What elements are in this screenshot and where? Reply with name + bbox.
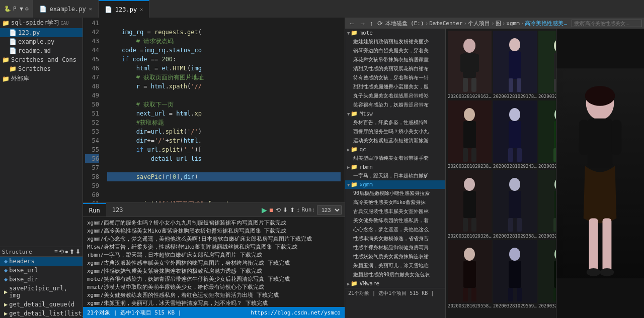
folder-xgmm-sub7[interactable]: 性感半裸身材板品御制健身房写真	[345, 243, 445, 252]
folder-qc-sub1[interactable]: 甜美型白净清纯美女着吊带裙手套	[345, 154, 445, 163]
folder-xgmm[interactable]: ▼ 📁 xgmm	[345, 180, 445, 189]
run-down-btn[interactable]: ⬇	[283, 206, 288, 214]
image-cell-15[interactable]: 20200328102936840.jpg	[538, 170, 556, 239]
structure-item-base-url[interactable]: ◆ base_url	[0, 266, 83, 275]
tab-123-py[interactable]: 📄 123.py ✕	[99, 0, 149, 18]
folder-sub4[interactable]: 清甜又性感的美丽双展花裤白裙布	[345, 64, 445, 73]
tree-item-readme[interactable]: 📄 readme.md	[0, 46, 83, 55]
preview-image[interactable]	[556, 29, 644, 318]
image-grid[interactable]: 20200328102916247.jpg 20200328102917804.…	[446, 29, 556, 318]
folder-xgmm-sub8[interactable]: 性感妖娆气质美女紫身抹胸连衣裙	[345, 252, 445, 261]
menu-icon1[interactable]: ⚙	[25, 6, 29, 12]
folder-label-mtsw-sub3: 运动美女格紫短蓝衣短裙清新旅游	[353, 137, 429, 144]
close-icon-example[interactable]: ✕	[89, 6, 92, 12]
breadcrumb-part1[interactable]: 本地磁盘 (E:)	[385, 20, 424, 27]
folder-rbmn[interactable]: ▶ 📁 rbmn	[345, 163, 445, 171]
image-cell-9[interactable]: 20200328102926342.jpg	[538, 100, 556, 169]
image-cell-20[interactable]: 20200328102956970.jpg	[493, 240, 537, 308]
run-stop-btn[interactable]: ■	[269, 206, 273, 214]
image-cell-19[interactable]: 20200328102955810.jpg	[448, 240, 492, 308]
breadcrumb-part4[interactable]: 图	[496, 20, 501, 27]
folder-mtsw[interactable]: ▼ 📁 Mtsw	[345, 110, 445, 118]
folder-xgmm-sub5[interactable]: 心心念念，梦之遥遥，美他他这么	[345, 225, 445, 234]
folder-xgmm-sub9[interactable]: 朱颜玉润，美丽可儿，冰天雪地临	[345, 261, 445, 270]
tree-item-scratches-cons[interactable]: 📁 Scratches and Cons	[0, 55, 83, 64]
structure-item-getlist[interactable]: ▶ get_detail_list(list_u	[0, 309, 83, 318]
tree-item-scratches[interactable]: 📁 Scratches	[0, 64, 83, 73]
code-area[interactable]: img_rq = requests.get( # 请求状态码 code =img…	[103, 18, 345, 202]
close-icon-123[interactable]: ✕	[140, 7, 143, 12]
svg-rect-10	[509, 78, 513, 92]
image-cell-21[interactable]: 20200328102957130.jpg	[538, 240, 556, 308]
folder-sub3[interactable]: 麻花辫女孩吊带抹胸衣短裤居家室	[345, 55, 445, 64]
tree-item-sql[interactable]: 📁 sql-spider学习 CAU	[0, 18, 83, 28]
folder-xgmm-sub4[interactable]: 美女健身教练袁园的性感私房，着	[345, 216, 445, 225]
structure-item-base-dir[interactable]: ◆ base_dir	[0, 275, 83, 284]
nav-refresh-btn[interactable]: ⟳	[376, 20, 384, 27]
folder-label-xgmm-sub7: 性感半裸身材板品御制健身房写真	[353, 244, 429, 251]
nav-fwd-btn[interactable]: →	[358, 20, 367, 27]
structure-item-savepic[interactable]: ▶ savePic(pic_url, img	[0, 284, 83, 300]
structure-btn2[interactable]: ⟲	[59, 248, 64, 255]
image-cell-8[interactable]: 20200328102924307.jpg	[493, 100, 537, 169]
tree-item-123py[interactable]: 📄 123.py	[0, 28, 83, 37]
breadcrumb-part3[interactable]: 个人项目	[468, 20, 490, 27]
bottom-tab-123[interactable]: 123	[106, 203, 129, 217]
folder-sub7[interactable]: 丸子头美腿美女着丝绒黑吊带粉衫	[345, 91, 445, 100]
folder-mtsw-sub1[interactable]: 身材百告，纤柔多姿，性感模特M	[345, 118, 445, 127]
structure-btn5[interactable]: ⬇	[75, 248, 80, 255]
breadcrumb-part2[interactable]: DateCenter	[429, 20, 462, 27]
tab-example-py[interactable]: 📄 example.py ✕	[33, 0, 99, 18]
image-cell-1[interactable]: 20200328102916247.jpg	[448, 31, 492, 99]
image-cell-7[interactable]: 20200328102923854.jpg	[448, 100, 492, 169]
folder-qc[interactable]: ▶ 📁 qc	[345, 145, 445, 154]
image-cell-13[interactable]: 20200328102932666.jpg	[448, 170, 492, 239]
folder-sub8[interactable]: 笑容很有感染力，妖媚青涩吊带布	[345, 100, 445, 110]
run-play-btn[interactable]: ▶	[262, 206, 267, 214]
structure-btn1[interactable]: ≡	[54, 248, 58, 255]
file-status-text: 21个对象 | 选中1个项目 515 KB |	[348, 290, 434, 296]
search-input[interactable]	[572, 20, 642, 27]
structure-item-headers[interactable]: ◆ headers	[0, 257, 83, 266]
folder-xgmm-sub2[interactable]: 高冷美艳性感美女Miko蓄紫身抹	[345, 198, 445, 207]
folder-xgmm-sub10[interactable]: 嫩颜超性感的90后白嫩美女兔包衣	[345, 270, 445, 279]
project-selector[interactable]: 🐍 P ▼ ⚙	[0, 0, 33, 18]
line-numbers: 4142434445 4647484950 5152535455 565758 …	[83, 18, 103, 202]
folder-xgmm-sub1[interactable]: 90后极品嫩模除小嗯性感紧身拉索	[345, 189, 445, 198]
structure-icon-base-dir: ◆	[4, 276, 8, 283]
terminal-output[interactable]: xgmm/西餐厅的服务生吗？矫小女小九九月制服短裙裙装裙车内写真图片下载完成 x…	[83, 217, 345, 307]
folder-vmware[interactable]: ▶ 📁 VMware	[345, 279, 445, 288]
run-sort-btn[interactable]: ↕	[297, 206, 300, 214]
tree-label-external: 外部库	[11, 74, 29, 83]
folder-xgmm-sub6[interactable]: 性感丰满美女嫩模修逸，省省身苦	[345, 234, 445, 243]
folder-sub5[interactable]: 待有整感的女孩，穿着和裤布一针	[345, 73, 445, 82]
folder-sub6[interactable]: 甜甜性感美腿翘臀小蛮腰美女，腿	[345, 82, 445, 91]
folder-sub1[interactable]: 嫩娃娃般精致俏丽短发粉裙美丽少	[345, 37, 445, 46]
image-cell-2[interactable]: 20200328102917804.jpg	[493, 31, 537, 99]
bottom-tab-run[interactable]: Run	[83, 203, 106, 217]
folder-mtsw-sub2[interactable]: 西餐厅的服务生吗？矫小美女小九	[345, 127, 445, 136]
breadcrumb-part6[interactable]: 高冷美艳性感美女Miko蓄紫身抹胸黑衣搭包臀短裙私房写真图集	[525, 20, 571, 27]
tree-item-examplepy[interactable]: 📄 example.py	[0, 37, 83, 46]
nav-back-btn[interactable]: ←	[347, 20, 357, 27]
folder-mote[interactable]: ▼ 📁 mote	[345, 29, 445, 37]
structure-btn4[interactable]: ⬆	[69, 248, 74, 255]
folder-xgmm-sub3[interactable]: 古典汉服装性感丰腻美女室外园林	[345, 207, 445, 216]
folder-sub2[interactable]: 钢琴旁边的白皙美腿美女，穿着美	[345, 46, 445, 55]
folder-mtsw-sub3[interactable]: 运动美女格紫短蓝衣短裙清新旅游	[345, 136, 445, 145]
image-cell-3[interactable]: 20200328102919799.jpg	[538, 31, 556, 99]
bottom-toolbar: ▶ ■ ⟲ ⬇ ⬆ ↕ Run: 123	[259, 203, 345, 217]
structure-panel: Structure ≡ ⟲ ● ⬆ ⬇ ◆ headers ◆ base_url…	[0, 247, 83, 318]
structure-label-base-url: base_url	[9, 267, 38, 274]
breadcrumb-part5[interactable]: xgmm	[506, 20, 520, 27]
folder-rbmn-sub1[interactable]: 一字马，蹬天踢，日本超软白嫩矿	[345, 171, 445, 180]
tree-item-external[interactable]: 📁 外部库	[0, 73, 83, 84]
structure-btn3[interactable]: ●	[65, 248, 68, 255]
run-up-btn[interactable]: ⬆	[290, 206, 295, 214]
run-rerun-btn[interactable]: ⟲	[276, 206, 281, 214]
image-thumb-2	[493, 31, 537, 93]
structure-item-getqueue[interactable]: ▶ get_detail_queue(d	[0, 300, 83, 309]
image-cell-14[interactable]: 20200328102935879.jpg	[493, 170, 537, 239]
run-selector[interactable]: 123	[317, 205, 342, 215]
nav-up-btn[interactable]: ↑	[368, 20, 375, 27]
